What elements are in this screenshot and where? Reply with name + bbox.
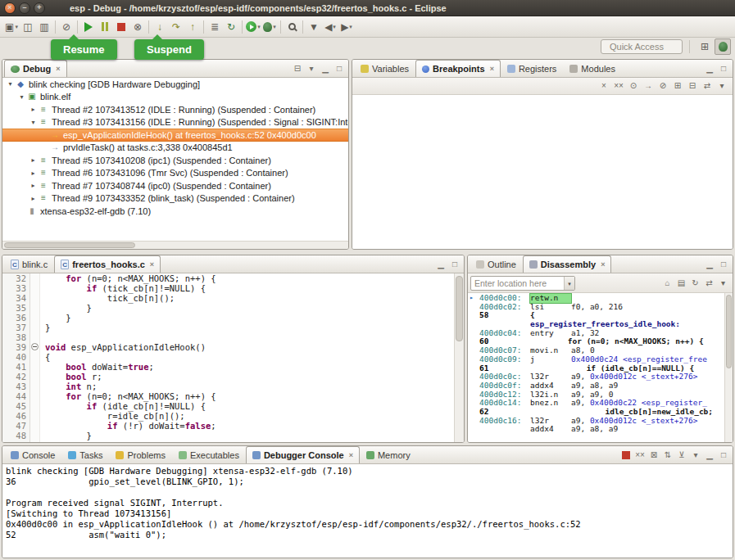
resume-icon[interactable] — [80, 19, 97, 35]
debug-tree-item[interactable]: ▾blink checking [GDB Hardware Debugging] — [2, 78, 348, 91]
remove-selected-breakpoints-icon[interactable]: × — [597, 79, 611, 93]
collapse-all-icon[interactable]: ⊟ — [291, 62, 304, 75]
tree-expander-icon[interactable]: ▾ — [6, 80, 15, 88]
code-line[interactable]: if (tick_cb[n]!=NULL) { — [45, 283, 454, 293]
debug-tree-item[interactable]: ▸Thread #2 1073413512 (IDLE : Running) (… — [2, 103, 348, 116]
code-line[interactable]: for (n=0; n<MAX_HOOKS; n++) { — [45, 273, 454, 283]
close-tab-icon[interactable]: × — [349, 451, 353, 459]
tab-debugger-console[interactable]: Debugger Console× — [246, 446, 360, 463]
code-line[interactable]: tick_cb[n](); — [45, 293, 454, 303]
code-line[interactable]: bool doWait=true; — [45, 362, 454, 372]
debug-tree-item[interactable]: xtensa-esp32-elf-gdb (7.10) — [2, 205, 348, 218]
mark-occurrences-icon[interactable]: ▼ — [306, 19, 322, 35]
collapse-fold-icon[interactable] — [31, 343, 39, 350]
show-source-icon[interactable]: ▤ — [674, 276, 688, 290]
tab-debug[interactable]: Debug× — [4, 60, 67, 77]
forward-icon[interactable]: ▶▾ — [338, 19, 355, 35]
debug-tree-item[interactable]: ▸Thread #9 1073433352 (blink_task) (Susp… — [2, 192, 348, 205]
skip-all-breakpoints-icon[interactable]: ⊘ — [656, 79, 670, 93]
tab-variables[interactable]: Variables — [354, 60, 415, 77]
editor-vertical-scrollbar[interactable] — [454, 273, 464, 442]
code-line[interactable]: bool r; — [45, 372, 454, 382]
disassembly-vertical-scrollbar[interactable] — [724, 293, 733, 442]
view-menu-icon[interactable]: ▾ — [716, 276, 730, 290]
maximize-view-icon[interactable]: □ — [717, 449, 730, 462]
scrollbar-thumb[interactable] — [726, 295, 732, 368]
location-combo[interactable]: Enter location here ▾ — [470, 276, 575, 291]
close-button[interactable]: × — [4, 2, 16, 14]
maximize-view-icon[interactable]: □ — [717, 62, 730, 75]
code-area[interactable]: for (n=0; n<MAX_HOOKS; n++) { if (tick_c… — [40, 273, 454, 442]
code-line[interactable]: if (!r) doWait=false; — [45, 421, 454, 431]
debug-tree-item[interactable]: ▸Thread #6 1073431096 (Tmr Svc) (Suspend… — [2, 167, 348, 180]
open-perspective-icon[interactable]: ⊞ — [696, 38, 713, 55]
tree-expander-icon[interactable]: ▸ — [29, 195, 38, 202]
pin-console-icon[interactable]: ⊻ — [675, 449, 688, 462]
minimize-view-icon[interactable]: ▁ — [703, 62, 716, 75]
back-icon[interactable]: ◀▾ — [322, 19, 338, 35]
tree-expander-icon[interactable]: ▾ — [29, 119, 38, 126]
tree-expander-icon[interactable]: ▸ — [29, 156, 38, 164]
tab-memory[interactable]: Memory — [360, 446, 417, 463]
maximize-view-icon[interactable]: □ — [717, 258, 730, 271]
step-into-icon[interactable]: ↓ — [152, 19, 168, 35]
close-tab-icon[interactable]: × — [56, 65, 60, 73]
tab-disassembly[interactable]: Disassembly× — [523, 255, 612, 273]
code-line[interactable]: } — [45, 431, 454, 440]
debug-tree-item[interactable]: ▸Thread #5 1073410208 (ipc1) (Suspended … — [2, 154, 348, 167]
tree-expander-icon[interactable]: ▸ — [29, 169, 38, 177]
go-to-file-for-breakpoint-icon[interactable]: → — [641, 79, 656, 93]
code-line[interactable]: } — [45, 303, 454, 313]
display-selected-console-icon[interactable]: ▾ — [689, 449, 702, 462]
disassembly-line[interactable]: 400d0c02:lsif0, a0, 216 — [468, 303, 724, 312]
remove-all-terminated-icon[interactable]: ×× — [633, 449, 647, 462]
debug-tree-item[interactable]: esp_vApplicationIdleHook() at freertos_h… — [2, 129, 348, 142]
tab-executables[interactable]: Executables — [172, 446, 246, 463]
code-line[interactable]: } — [45, 313, 454, 323]
scrollbar-thumb[interactable] — [4, 242, 135, 248]
tree-expander-icon[interactable]: ▸ — [29, 182, 38, 189]
code-line[interactable]: int n; — [45, 382, 454, 391]
tab-modules[interactable]: Modules — [563, 60, 622, 77]
code-line[interactable]: for (n=0; n<MAX_HOOKS; n++) { — [45, 391, 454, 401]
disconnect-icon[interactable]: ⊗ — [129, 19, 146, 35]
save-icon[interactable]: ◫ — [20, 19, 36, 35]
remove-all-breakpoints-icon[interactable]: ×× — [611, 79, 626, 93]
debug-tree-item[interactable]: ▾Thread #3 1073413156 (IDLE : Running) (… — [2, 116, 348, 129]
code-line[interactable]: { — [45, 352, 454, 362]
minimize-view-icon[interactable]: ▁ — [703, 449, 716, 462]
close-tab-icon[interactable]: × — [601, 260, 605, 269]
tab-tasks[interactable]: Tasks — [61, 446, 109, 463]
run-icon[interactable]: ▾ — [245, 19, 261, 35]
save-all-icon[interactable]: ▥ — [36, 19, 52, 35]
tab-freertos-hooks-c[interactable]: freertos_hooks.c× — [54, 255, 161, 273]
debug-perspective-button[interactable] — [715, 38, 731, 55]
code-line[interactable]: if (idle_cb[n]!=NULL) { — [45, 401, 454, 411]
tree-expander-icon[interactable]: ▾ — [17, 93, 26, 101]
tab-console[interactable]: Console — [4, 446, 61, 463]
debug-tree-item[interactable]: ▸Thread #7 1073408744 (ipc0) (Suspended … — [2, 179, 348, 192]
scroll-lock-icon[interactable]: ⇅ — [661, 449, 674, 462]
close-tab-icon[interactable]: × — [150, 260, 154, 269]
link-with-debug-view-icon[interactable]: ⇄ — [700, 79, 715, 93]
instruction-stepping-icon[interactable]: ≣ — [206, 19, 223, 35]
disassembly-line[interactable]: addx4a9, a8, a9 — [468, 425, 724, 434]
view-menu-icon[interactable]: ▾ — [305, 62, 318, 75]
tree-expander-icon[interactable]: ▸ — [29, 106, 38, 113]
maximize-view-icon[interactable]: □ — [448, 258, 461, 271]
debug-icon[interactable]: ▾ — [261, 19, 278, 35]
tab-breakpoints[interactable]: Breakpoints× — [415, 60, 501, 77]
debug-tree-item[interactable]: prvIdleTask() at tasks.c:3,338 0x400845d… — [2, 142, 348, 155]
tab-registers[interactable]: Registers — [501, 60, 563, 77]
tab-problems[interactable]: Problems — [109, 446, 171, 463]
tab-outline[interactable]: Outline — [470, 255, 523, 273]
terminate-icon[interactable] — [619, 449, 633, 462]
scrollbar-thumb[interactable] — [456, 276, 463, 341]
minimize-button[interactable]: – — [19, 2, 30, 14]
clear-console-icon[interactable]: ⊠ — [647, 449, 660, 462]
expand-all-icon[interactable]: ⊞ — [670, 79, 685, 93]
show-breakpoints-for-selection-icon[interactable]: ⊙ — [626, 79, 641, 93]
new-wizard-icon[interactable]: ▣▾ — [3, 19, 20, 35]
code-editor[interactable]: 3233343536373839404142434445464748 for (… — [2, 273, 464, 442]
collapse-all-icon[interactable]: ⊟ — [685, 79, 700, 93]
